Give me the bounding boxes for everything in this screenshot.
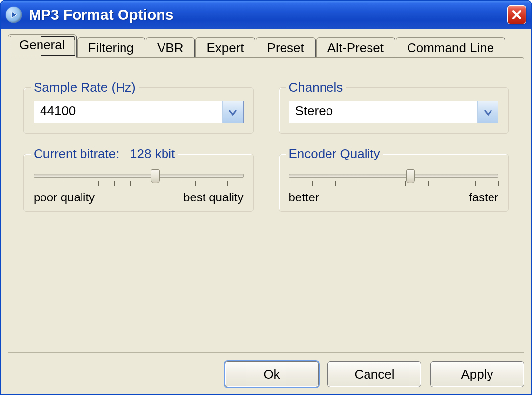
slider-ticks bbox=[34, 181, 244, 188]
group-bitrate: Current bitrate: 128 kbit poor quality b… bbox=[23, 154, 254, 212]
svg-marker-0 bbox=[12, 12, 17, 18]
label-encoder-quality: Encoder Quality bbox=[286, 146, 383, 161]
client-area: General Filtering VBR Expert Preset Alt-… bbox=[1, 29, 531, 394]
bitrate-slider[interactable] bbox=[34, 174, 244, 188]
tab-alt-preset[interactable]: Alt-Preset bbox=[316, 37, 395, 58]
slider-track bbox=[34, 174, 244, 178]
tab-command-line[interactable]: Command Line bbox=[396, 37, 505, 58]
tab-strip: General Filtering VBR Expert Preset Alt-… bbox=[8, 33, 524, 57]
apply-button[interactable]: Apply bbox=[430, 361, 524, 387]
bitrate-slider-labels: poor quality best quality bbox=[34, 191, 244, 204]
app-icon bbox=[6, 7, 22, 23]
chevron-down-icon bbox=[477, 101, 498, 123]
encoder-quality-slider[interactable] bbox=[289, 174, 499, 188]
channels-value: Stereo bbox=[289, 101, 478, 123]
slider-track bbox=[289, 174, 499, 178]
tab-panel-general: Sample Rate (Hz) 44100 Channels Stereo bbox=[8, 57, 524, 352]
label-channels: Channels bbox=[286, 80, 346, 95]
cancel-button[interactable]: Cancel bbox=[327, 361, 421, 387]
sample-rate-dropdown[interactable]: 44100 bbox=[34, 101, 244, 123]
tab-vbr[interactable]: VBR bbox=[146, 37, 195, 58]
close-icon bbox=[511, 9, 522, 20]
dialog-window: MP3 Format Options General Filtering VBR… bbox=[0, 0, 532, 395]
label-bitrate-prefix: Current bitrate: bbox=[34, 146, 119, 161]
slider-ticks bbox=[289, 181, 499, 188]
label-bitrate: Current bitrate: 128 kbit bbox=[31, 146, 178, 161]
tab-preset[interactable]: Preset bbox=[256, 37, 316, 58]
tab-expert[interactable]: Expert bbox=[195, 37, 255, 58]
encoder-left-label: better bbox=[289, 191, 319, 204]
group-encoder-quality: Encoder Quality better faster bbox=[279, 154, 509, 212]
chevron-down-icon bbox=[222, 101, 243, 123]
bitrate-right-label: best quality bbox=[183, 191, 243, 204]
group-sample-rate: Sample Rate (Hz) 44100 bbox=[23, 87, 254, 134]
channels-dropdown[interactable]: Stereo bbox=[289, 101, 499, 123]
label-sample-rate: Sample Rate (Hz) bbox=[31, 80, 139, 95]
tab-general[interactable]: General bbox=[8, 34, 77, 58]
encoder-right-label: faster bbox=[469, 191, 498, 204]
tab-filtering[interactable]: Filtering bbox=[77, 37, 145, 58]
label-bitrate-value: 128 kbit bbox=[130, 146, 175, 161]
bitrate-left-label: poor quality bbox=[34, 191, 95, 204]
group-channels: Channels Stereo bbox=[279, 87, 509, 134]
sample-rate-value: 44100 bbox=[34, 101, 222, 123]
dialog-footer: Ok Cancel Apply bbox=[8, 352, 524, 387]
window-title: MP3 Format Options bbox=[29, 6, 507, 23]
ok-button[interactable]: Ok bbox=[225, 361, 319, 387]
close-button[interactable] bbox=[507, 5, 526, 24]
encoder-slider-labels: better faster bbox=[289, 191, 499, 204]
titlebar[interactable]: MP3 Format Options bbox=[1, 1, 531, 29]
